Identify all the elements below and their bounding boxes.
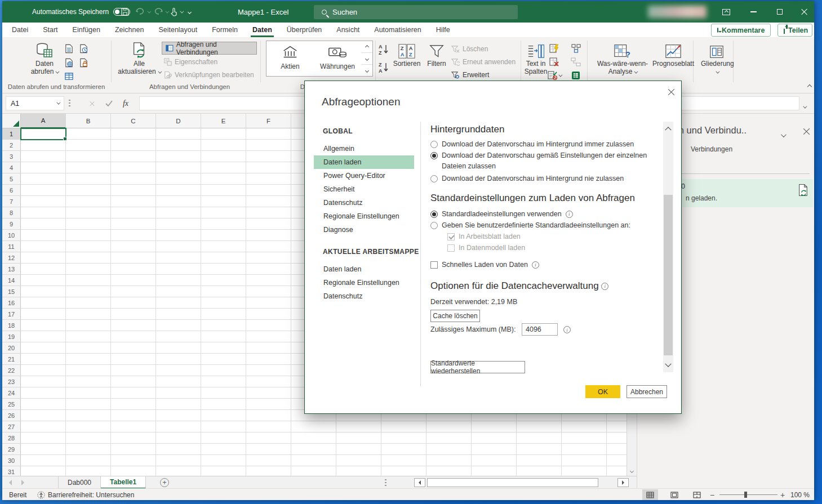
undo-icon[interactable] bbox=[135, 1, 150, 23]
cell-A6[interactable] bbox=[21, 185, 66, 196]
ribbon-tab-zeichnen[interactable]: Zeichnen bbox=[108, 23, 151, 37]
max-cache-input[interactable] bbox=[522, 323, 558, 336]
cell-E31[interactable] bbox=[201, 466, 246, 476]
cell-B7[interactable] bbox=[66, 196, 111, 207]
ribbon-tab-start[interactable]: Start bbox=[35, 23, 65, 37]
cell-B26[interactable] bbox=[66, 410, 111, 421]
cell-D22[interactable] bbox=[156, 365, 201, 376]
cell-F3[interactable] bbox=[246, 151, 291, 162]
cell-F7[interactable] bbox=[246, 196, 291, 207]
row-header-10[interactable]: 10 bbox=[2, 230, 21, 241]
pane-tab-connections[interactable]: Verbindungen bbox=[691, 145, 732, 153]
stocks-button[interactable]: Aktien bbox=[266, 41, 314, 76]
cell-C12[interactable] bbox=[111, 252, 156, 264]
recent-sources-icon[interactable] bbox=[77, 42, 90, 55]
dialog-scrollbar[interactable] bbox=[663, 122, 673, 372]
cell-F11[interactable] bbox=[246, 241, 291, 252]
cell-I30[interactable] bbox=[381, 455, 426, 466]
cell-C22[interactable] bbox=[111, 365, 156, 376]
cell-A5[interactable] bbox=[21, 173, 66, 185]
cell-B20[interactable] bbox=[66, 342, 111, 354]
cell-E3[interactable] bbox=[201, 151, 246, 162]
row-header-7[interactable]: 7 bbox=[2, 196, 21, 207]
cell-B23[interactable] bbox=[66, 376, 111, 387]
cell-E6[interactable] bbox=[201, 185, 246, 196]
row-header-30[interactable]: 30 bbox=[2, 455, 21, 466]
cell-E4[interactable] bbox=[201, 162, 246, 173]
cell-C31[interactable] bbox=[111, 466, 156, 476]
cell-B25[interactable] bbox=[66, 399, 111, 410]
cell-E20[interactable] bbox=[201, 342, 246, 354]
row-header-12[interactable]: 12 bbox=[2, 252, 21, 264]
row-header-26[interactable]: 26 bbox=[2, 410, 21, 421]
restore-defaults-button[interactable]: Standardwerte wiederherstellen bbox=[430, 361, 525, 373]
cell-C13[interactable] bbox=[111, 264, 156, 275]
row-header-14[interactable]: 14 bbox=[2, 275, 21, 286]
cell-A10[interactable] bbox=[21, 230, 66, 241]
dialog-nav-wb-regionale-einstellungen[interactable]: Regionale Einstellungen bbox=[314, 276, 414, 289]
row-header-23[interactable]: 23 bbox=[2, 376, 21, 387]
cell-L27[interactable] bbox=[517, 421, 562, 432]
cell-A2[interactable] bbox=[21, 140, 66, 151]
row-header-9[interactable]: 9 bbox=[2, 218, 21, 230]
gallery-up-button[interactable] bbox=[361, 41, 372, 53]
advanced-filter-button[interactable]: Erweitert bbox=[451, 69, 489, 81]
query-refresh-icon[interactable] bbox=[797, 184, 808, 199]
cell-F21[interactable] bbox=[246, 354, 291, 365]
cell-A26[interactable] bbox=[21, 410, 66, 421]
row-header-22[interactable]: 22 bbox=[2, 365, 21, 376]
ribbon-tab-automatisieren[interactable]: Automatisieren bbox=[367, 23, 428, 37]
column-header-F[interactable]: F bbox=[246, 114, 291, 128]
cell-M29[interactable] bbox=[562, 444, 607, 455]
cell-E5[interactable] bbox=[201, 173, 246, 185]
radio-load-default[interactable]: Standardladeeinstellungen verwendeni bbox=[430, 210, 573, 218]
ribbon-tab-überprüfen[interactable]: Überprüfen bbox=[279, 23, 330, 37]
name-box[interactable]: A1 bbox=[6, 96, 64, 110]
row-header-5[interactable]: 5 bbox=[2, 173, 21, 185]
cell-C10[interactable] bbox=[111, 230, 156, 241]
consolidate-icon[interactable] bbox=[569, 42, 583, 55]
currencies-button[interactable]: Währungen bbox=[314, 41, 361, 76]
cell-D25[interactable] bbox=[156, 399, 201, 410]
from-table-icon[interactable] bbox=[62, 69, 75, 83]
cell-C6[interactable] bbox=[111, 185, 156, 196]
sheet-tab-tabelle1[interactable]: Tabelle1 bbox=[101, 476, 146, 489]
scrollbar-resize-handle[interactable] bbox=[385, 479, 386, 486]
cell-D15[interactable] bbox=[156, 286, 201, 297]
cell-C8[interactable] bbox=[111, 207, 156, 218]
cell-C25[interactable] bbox=[111, 399, 156, 410]
cell-I29[interactable] bbox=[381, 444, 426, 455]
cell-F22[interactable] bbox=[246, 365, 291, 376]
cell-C7[interactable] bbox=[111, 196, 156, 207]
cell-B8[interactable] bbox=[66, 207, 111, 218]
cell-A23[interactable] bbox=[21, 376, 66, 387]
row-header-4[interactable]: 4 bbox=[2, 162, 21, 173]
cell-A8[interactable] bbox=[21, 207, 66, 218]
sort-za-icon[interactable]: ZA bbox=[377, 61, 391, 74]
sheet-tab-dab000[interactable]: Dab000 bbox=[58, 476, 101, 489]
cell-F16[interactable] bbox=[246, 297, 291, 309]
cell-D29[interactable] bbox=[156, 444, 201, 455]
cell-A25[interactable] bbox=[21, 399, 66, 410]
cell-N29[interactable] bbox=[607, 444, 627, 455]
ribbon-tab-seitenlayout[interactable]: Seitenlayout bbox=[151, 23, 205, 37]
cell-B12[interactable] bbox=[66, 252, 111, 264]
cell-E11[interactable] bbox=[201, 241, 246, 252]
cell-A13[interactable] bbox=[21, 264, 66, 275]
cell-F28[interactable] bbox=[246, 432, 291, 444]
search-input[interactable]: Suchen bbox=[314, 5, 518, 19]
from-web-icon[interactable] bbox=[62, 56, 75, 69]
cell-F17[interactable] bbox=[246, 309, 291, 320]
cell-F4[interactable] bbox=[246, 162, 291, 173]
cell-F5[interactable] bbox=[246, 173, 291, 185]
cell-A28[interactable] bbox=[21, 432, 66, 444]
info-icon[interactable]: i bbox=[601, 283, 608, 290]
cell-N27[interactable] bbox=[607, 421, 627, 432]
relationships-icon[interactable] bbox=[569, 55, 583, 69]
ribbon-display-options-button[interactable] bbox=[717, 1, 736, 23]
row-header-21[interactable]: 21 bbox=[2, 354, 21, 365]
row-header-6[interactable]: 6 bbox=[2, 185, 21, 196]
cell-F20[interactable] bbox=[246, 342, 291, 354]
zoom-slider-track[interactable] bbox=[719, 494, 777, 495]
cell-M27[interactable] bbox=[562, 421, 607, 432]
